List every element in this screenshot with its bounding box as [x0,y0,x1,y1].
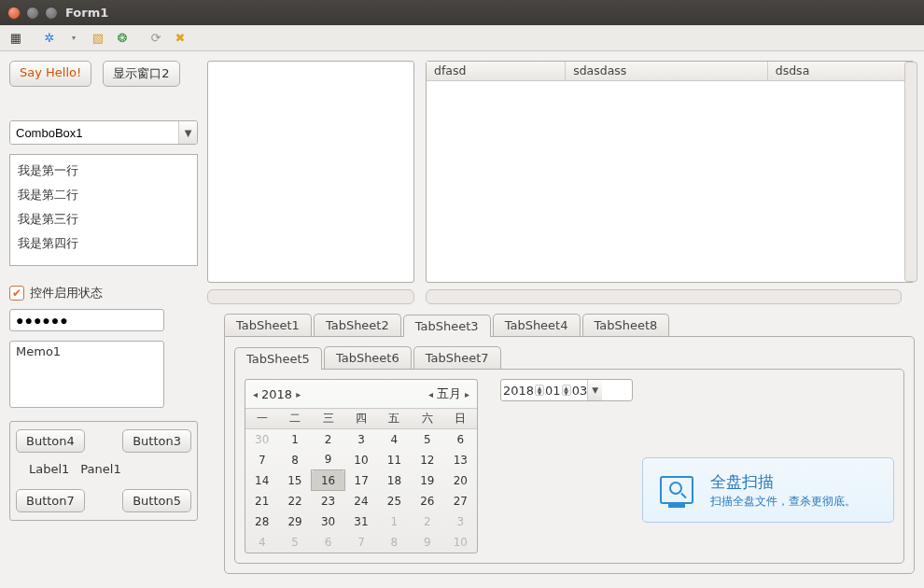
button3[interactable]: Button3 [122,429,191,453]
calendar-day[interactable]: 18 [378,470,411,491]
calendar-day[interactable]: 29 [278,511,311,532]
calendar-day[interactable]: 12 [411,450,443,470]
blocks-icon[interactable]: ▧ [88,29,108,48]
grid-col-header[interactable]: dsdsa [767,62,913,80]
calendar-day[interactable]: 5 [278,532,311,553]
date-picker[interactable]: 2018 ▲▼ 01 ▲▼ 03 ▼ [500,379,633,401]
calendar-day[interactable]: 8 [278,450,311,470]
list-item[interactable]: 我是第一行 [14,159,193,183]
list-item[interactable]: 我是第二行 [14,183,193,207]
vertical-scrollbar[interactable] [904,62,917,282]
dp-day[interactable]: 03 [572,384,588,398]
full-scan-card[interactable]: 全盘扫描 扫描全盘文件，查杀更彻底。 [642,457,894,523]
calendar-day[interactable]: 3 [344,429,377,450]
year-spinner[interactable]: ▲▼ [535,385,544,396]
tab-tabsheet7[interactable]: TabSheet7 [413,346,501,369]
calendar-day[interactable]: 11 [378,450,411,470]
tab-tabsheet2[interactable]: TabSheet2 [314,314,401,336]
panel1-container: Button4 Button3 Label1 Panel1 Button7 Bu… [9,421,198,521]
calendar-day[interactable]: 10 [444,532,477,553]
paw-icon[interactable]: ✲ [39,29,60,48]
dp-year[interactable]: 2018 [503,384,534,398]
tab-tabsheet4[interactable]: TabSheet4 [493,314,581,336]
calendar-day[interactable]: 2 [411,511,443,532]
button7[interactable]: Button7 [16,489,85,512]
horizontal-scrollbar[interactable] [426,289,902,304]
grid-col-header[interactable]: dfasd [427,62,566,80]
prev-month-icon[interactable]: ◂ [427,389,435,399]
button5[interactable]: Button5 [122,489,191,512]
horizontal-scrollbar[interactable] [207,289,414,304]
dp-month[interactable]: 01 [545,384,561,398]
minimize-icon[interactable] [26,7,39,20]
calendar-day[interactable]: 17 [344,470,377,491]
show-window2-button[interactable]: 显示窗口2 [103,61,179,87]
calendar-day[interactable]: 19 [411,470,443,491]
calendar-day[interactable]: 13 [444,450,477,470]
next-month-icon[interactable]: ▸ [463,389,471,399]
dropdown-arrow-icon[interactable]: ▾ [63,29,84,48]
chevron-down-icon[interactable]: ▼ [178,121,197,144]
calendar-day[interactable]: 15 [278,470,311,491]
calendar-day[interactable]: 1 [378,511,411,532]
calendar-day[interactable]: 7 [344,532,377,553]
tab-tabsheet1[interactable]: TabSheet1 [224,314,312,336]
calendar-day[interactable]: 9 [411,532,443,553]
calendar-day[interactable]: 4 [245,532,278,553]
calendar-day[interactable]: 6 [312,532,344,553]
chevron-down-icon[interactable]: ▼ [587,380,602,400]
calendar-day[interactable]: 20 [444,470,477,491]
refresh-icon[interactable]: ⟳ [146,29,166,48]
next-year-icon[interactable]: ▸ [294,389,302,399]
memo-pane[interactable] [207,61,414,283]
calendar-day[interactable]: 9 [312,450,344,470]
tab-tabsheet8[interactable]: TabSheet8 [582,314,670,336]
controls-enabled-checkbox[interactable]: ✔ [9,286,24,301]
calendar-day[interactable]: 14 [245,470,278,491]
calendar-day[interactable]: 4 [378,429,411,450]
maximize-icon[interactable] [45,7,58,20]
calendar-day[interactable]: 3 [444,511,477,532]
calendar-day[interactable]: 5 [411,429,443,450]
memo1[interactable]: Memo1 [9,341,164,408]
calendar-day[interactable]: 8 [378,532,411,553]
month-calendar[interactable]: ◂ 2018 ▸ ◂ 五月 ▸ 一二三四五六日30123456789101112… [245,379,478,553]
list-item[interactable]: 我是第四行 [14,231,193,256]
calendar-day[interactable]: 23 [312,491,344,511]
month-spinner[interactable]: ▲▼ [562,385,571,396]
calendar-day[interactable]: 7 [245,450,278,470]
combobox1[interactable]: ▼ [9,120,198,145]
tab-tabsheet6[interactable]: TabSheet6 [324,346,412,369]
bug-icon[interactable]: ❂ [112,29,133,48]
calendar-day[interactable]: 27 [444,491,477,511]
calendar-day[interactable]: 24 [344,491,377,511]
close-icon[interactable] [7,7,21,20]
grid-col-header[interactable]: sdasdass [566,62,768,80]
calendar-day[interactable]: 31 [344,511,377,532]
say-hello-button[interactable]: Say Hello! [9,61,91,87]
calendar-day[interactable]: 6 [444,429,477,450]
combobox1-input[interactable] [10,121,178,144]
list-item[interactable]: 我是第三行 [14,207,193,231]
calendar-day[interactable]: 10 [344,450,377,470]
tab-tabsheet5[interactable]: TabSheet5 [234,347,322,370]
prev-year-icon[interactable]: ◂ [251,389,259,399]
tab-tabsheet3[interactable]: TabSheet3 [403,315,491,337]
layout-icon[interactable]: ▦ [6,29,26,48]
calendar-day[interactable]: 22 [278,491,311,511]
calendar-day[interactable]: 26 [411,491,443,511]
calendar-day[interactable]: 28 [245,511,278,532]
calendar-day[interactable]: 21 [245,491,278,511]
calendar-day[interactable]: 16 [312,470,344,491]
calendar-day[interactable]: 30 [312,511,344,532]
calendar-day[interactable]: 1 [278,429,311,450]
string-grid[interactable]: dfasd sdasdass dsdsa [426,61,915,283]
listbox[interactable]: 我是第一行 我是第二行 我是第三行 我是第四行 [9,154,198,266]
button4[interactable]: Button4 [16,429,85,453]
calendar-day[interactable]: 30 [245,429,278,450]
calendar-dow: 一 [245,409,278,429]
calendar-day[interactable]: 25 [378,491,411,511]
password-input[interactable] [9,309,164,331]
calendar-day[interactable]: 2 [312,429,344,450]
tools-icon[interactable]: ✖ [170,29,190,48]
